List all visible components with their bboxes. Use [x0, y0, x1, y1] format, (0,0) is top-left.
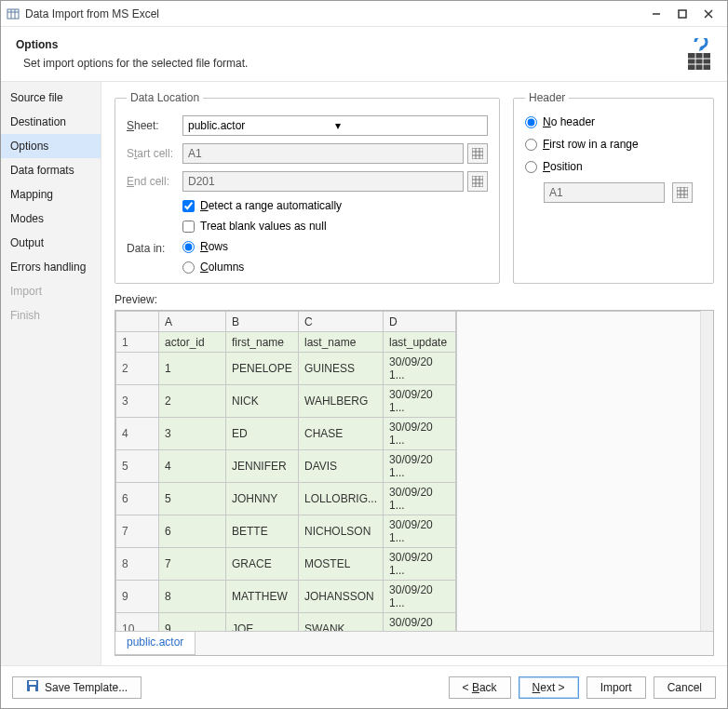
sidebar-item-data-formats[interactable]: Data formats	[1, 158, 101, 182]
preview-col-header[interactable]: C	[299, 312, 384, 332]
preview-cell[interactable]: last_update	[384, 332, 456, 353]
preview-cell[interactable]: 30/09/20 1...	[384, 385, 456, 418]
preview-cell[interactable]: WAHLBERG	[299, 385, 384, 418]
preview-cell[interactable]: ED	[226, 418, 299, 450]
preview-cell[interactable]: 30/09/20 1...	[384, 613, 456, 632]
sheet-label: Sheet:	[127, 119, 182, 132]
svg-rect-18	[472, 176, 483, 187]
no-header-radio[interactable]: No header	[525, 115, 702, 128]
preview-cell[interactable]: 30/09/20 1...	[384, 353, 456, 385]
preview-cell[interactable]: MATTHEW	[226, 581, 299, 613]
cancel-button[interactable]: Cancel	[654, 676, 716, 699]
save-template-button[interactable]: Save Template...	[12, 676, 142, 699]
preview-row-header[interactable]: 1	[116, 332, 159, 353]
preview-cell[interactable]: 30/09/20 1...	[384, 483, 456, 515]
preview-cell[interactable]: JOHANSSON	[299, 581, 384, 613]
preview-cell[interactable]: LOLLOBRIG...	[299, 483, 384, 515]
preview-cell[interactable]: 6	[159, 515, 226, 548]
preview-cell[interactable]: 2	[159, 385, 226, 418]
preview-cell[interactable]: JOE	[226, 613, 299, 632]
preview-cell[interactable]: 1	[159, 353, 226, 385]
import-button[interactable]: Import	[586, 676, 646, 699]
sidebar-item-source-file[interactable]: Source file	[1, 86, 101, 110]
preview-cell[interactable]: 30/09/20 1...	[384, 418, 456, 450]
sidebar-item-options[interactable]: Options	[1, 134, 101, 158]
preview-row-header[interactable]: 6	[116, 483, 159, 515]
header-legend: Header	[525, 91, 569, 104]
preview-cell[interactable]: BETTE	[226, 515, 299, 548]
preview-cell[interactable]: PENELOPE	[226, 353, 299, 385]
preview-col-header[interactable]: B	[226, 312, 299, 332]
preview-cell[interactable]: 30/09/20 1...	[384, 515, 456, 548]
preview-col-header[interactable]: D	[384, 312, 456, 332]
data-location-group: Data Location Sheet: public.actor ▾ Star…	[115, 91, 500, 284]
svg-rect-30	[30, 687, 35, 691]
preview-cell[interactable]: NICHOLSON	[299, 515, 384, 548]
preview-table: ABCD1actor_idfirst_namelast_namelast_upd…	[115, 311, 456, 631]
preview-cell[interactable]: actor_id	[159, 332, 226, 353]
titlebar: Data Import from MS Excel	[1, 1, 727, 27]
end-cell-picker-button[interactable]	[467, 171, 488, 192]
preview-cell[interactable]: JOHNNY	[226, 483, 299, 515]
preview-row-header[interactable]: 4	[116, 418, 159, 450]
preview-cell[interactable]: JENNIFER	[226, 450, 299, 483]
vertical-scrollbar[interactable]	[700, 311, 713, 631]
next-button[interactable]: Next >	[519, 676, 579, 699]
save-template-label: Save Template...	[45, 681, 128, 694]
preview-cell[interactable]: GRACE	[226, 548, 299, 581]
minimize-button[interactable]	[643, 5, 669, 23]
sidebar-item-destination[interactable]: Destination	[1, 110, 101, 134]
preview-cell[interactable]: GUINESS	[299, 353, 384, 385]
position-picker-button[interactable]	[672, 182, 693, 203]
detect-range-checkbox[interactable]: Detect a range automatically	[182, 199, 488, 212]
app-icon	[7, 7, 20, 20]
preview-row-header[interactable]: 5	[116, 450, 159, 483]
preview-cell[interactable]: 30/09/20 1...	[384, 548, 456, 581]
preview-cell[interactable]: 7	[159, 548, 226, 581]
preview-row-header[interactable]: 3	[116, 385, 159, 418]
preview-cell[interactable]: MOSTEL	[299, 548, 384, 581]
preview-row-header[interactable]: 10	[116, 613, 159, 632]
preview-cell[interactable]: 8	[159, 581, 226, 613]
start-cell-picker-button[interactable]	[467, 143, 488, 164]
end-cell-input	[182, 171, 464, 192]
svg-rect-13	[472, 148, 483, 159]
preview-cell[interactable]: 4	[159, 450, 226, 483]
data-in-rows-radio[interactable]: Rows	[182, 240, 244, 253]
position-radio[interactable]: Position	[525, 160, 702, 173]
preview-cell[interactable]: NICK	[226, 385, 299, 418]
maximize-button[interactable]	[669, 5, 695, 23]
data-in-columns-radio[interactable]: Columns	[182, 261, 244, 274]
preview-cell[interactable]: CHASE	[299, 418, 384, 450]
preview-cell[interactable]: 30/09/20 1...	[384, 581, 456, 613]
preview-cell[interactable]: DAVIS	[299, 450, 384, 483]
back-button[interactable]: < Back	[449, 676, 511, 699]
sidebar-item-modes[interactable]: Modes	[1, 207, 101, 231]
sidebar-item-errors-handling[interactable]: Errors handling	[1, 255, 101, 279]
preview-row-header[interactable]: 2	[116, 353, 159, 385]
close-button[interactable]	[695, 5, 721, 23]
sheet-tab[interactable]: public.actor	[115, 632, 195, 655]
sidebar-item-import: Import	[1, 279, 101, 303]
preview-row-header[interactable]: 8	[116, 548, 159, 581]
sidebar-item-output[interactable]: Output	[1, 231, 101, 255]
preview-cell[interactable]: 9	[159, 613, 226, 632]
preview-col-header[interactable]: A	[159, 312, 226, 332]
data-in-label: Data in:	[127, 240, 182, 274]
preview-cell[interactable]: 30/09/20 1...	[384, 450, 456, 483]
data-location-legend: Data Location	[127, 91, 203, 104]
preview-cell[interactable]: last_name	[299, 332, 384, 353]
svg-rect-0	[7, 9, 19, 19]
preview-cell[interactable]: 3	[159, 418, 226, 450]
sheet-value: public.actor	[188, 119, 335, 132]
preview-row-header[interactable]: 9	[116, 581, 159, 613]
preview-cell[interactable]: SWANK	[299, 613, 384, 632]
preview-cell[interactable]: first_name	[226, 332, 299, 353]
preview-cell[interactable]: 5	[159, 483, 226, 515]
preview-row-header[interactable]: 7	[116, 515, 159, 548]
sidebar-item-mapping[interactable]: Mapping	[1, 182, 101, 207]
sheet-dropdown[interactable]: public.actor ▾	[182, 115, 488, 136]
first-row-radio[interactable]: First row in a range	[525, 138, 702, 151]
svg-rect-23	[677, 187, 688, 198]
blank-null-checkbox[interactable]: Treat blank values as null	[182, 220, 488, 233]
